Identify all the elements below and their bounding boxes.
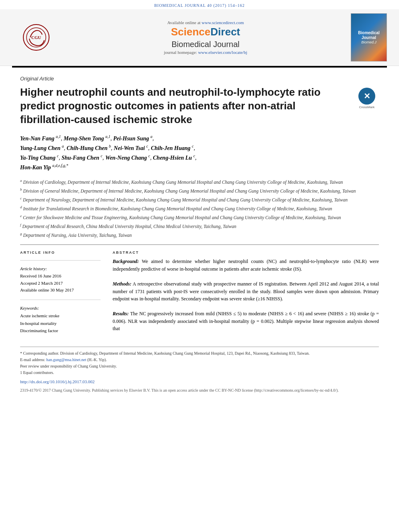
svg-text:CGU: CGU xyxy=(31,35,41,40)
history-label: Article history: xyxy=(20,266,101,271)
affiliations-section: a Division of Cardiology, Department of … xyxy=(20,178,379,239)
volume-text: BIOMEDICAL JOURNAL 40 (2017) 154–162 xyxy=(154,3,245,8)
info-divider-1 xyxy=(20,260,101,261)
license-text: 2319-4170/© 2017 Chang Gung University. … xyxy=(20,387,379,394)
keywords-list: Acute ischemic stroke In-hospital mortal… xyxy=(20,312,101,335)
keyword-2: In-hospital mortality xyxy=(20,320,101,327)
methods-label: Methods: xyxy=(113,281,132,287)
main-content: Original Article Higher neutrophil count… xyxy=(0,68,399,402)
affiliation-f: f Department of Medical Research, China … xyxy=(20,222,379,230)
peer-review-line: Peer review under responsibility of Chan… xyxy=(20,363,379,370)
doi-line: http://dx.doi.org/10.1016/j.bj.2017.03.0… xyxy=(20,378,379,386)
crossmark-label: CrossMark xyxy=(359,105,375,109)
received-date: Received 16 June 2016 xyxy=(20,273,101,280)
authors-list: Yen-Nan Fang a,1, Meng-Shen Tong a,1, Pe… xyxy=(20,134,379,172)
corresponding-author: * Corresponding author. Division of Card… xyxy=(20,350,379,357)
results-label: Results: xyxy=(113,311,129,316)
cgu-logo: CGU xyxy=(12,21,60,53)
affiliation-e: e Center for Shockwave Medicine and Tiss… xyxy=(20,214,379,221)
journal-name-header: Biomedical Journal xyxy=(60,40,351,49)
abstract-label: ABSTRACT xyxy=(113,251,379,255)
keyword-1: Acute ischemic stroke xyxy=(20,312,101,320)
info-abstract-section: ARTICLE INFO Article history: Received 1… xyxy=(20,251,379,335)
abstract-text: Background: We aimed to determine whethe… xyxy=(113,258,379,333)
doi-link[interactable]: http://dx.doi.org/10.1016/j.bj.2017.03.0… xyxy=(20,379,95,384)
journal-homepage-text: journal homepage: www.elsevier.com/locat… xyxy=(60,50,351,55)
email-line: E-mail address: han.gung@msa.hinet.net (… xyxy=(20,357,379,363)
methods-text: A retrospective observational study with… xyxy=(113,281,379,302)
accepted-date: Accepted 2 March 2017 xyxy=(20,280,101,287)
footer-section: * Corresponding author. Division of Card… xyxy=(20,347,379,394)
journal-center-info: Available online at www.sciencedirect.co… xyxy=(60,20,351,55)
affiliation-b: b Division of General Medicine, Departme… xyxy=(20,187,379,195)
affiliation-a: a Division of Cardiology, Department of … xyxy=(20,178,379,186)
title-section: Higher neutrophil counts and neutrophil-… xyxy=(20,86,379,126)
background-label: Background: xyxy=(113,259,139,264)
crossmark-badge: ✕ CrossMark xyxy=(355,88,379,109)
article-type-label: Original Article xyxy=(20,76,379,82)
affiliation-d: d Institute for Translational Research i… xyxy=(20,205,379,212)
journal-header: CGU Available online at www.sciencedirec… xyxy=(0,9,399,66)
crossmark-icon: ✕ xyxy=(358,88,375,105)
journal-volume-info: BIOMEDICAL JOURNAL 40 (2017) 154–162 xyxy=(0,0,399,9)
section-divider-top xyxy=(20,244,379,245)
info-divider-2 xyxy=(20,300,101,300)
sciencedirect-url[interactable]: www.sciencedirect.com xyxy=(202,20,244,25)
affiliation-c: c Department of Neurology, Department of… xyxy=(20,196,379,203)
journal-cover-image: Biomedical Journal Biomed.J xyxy=(351,13,387,62)
abstract-col: ABSTRACT Background: We aimed to determi… xyxy=(113,251,379,335)
keyword-3: Discriminating factor xyxy=(20,327,101,335)
affiliation-g: g Department of Nursing, Asia University… xyxy=(20,231,379,239)
background-text: We aimed to determine whether higher neu… xyxy=(113,259,379,272)
equal-contributors-line: 1 Equal contributors. xyxy=(20,370,379,376)
email-link[interactable]: han.gung@msa.hinet.net xyxy=(46,357,86,362)
article-title: Higher neutrophil counts and neutrophil-… xyxy=(20,86,349,126)
article-info-col: ARTICLE INFO Article history: Received 1… xyxy=(20,251,101,335)
journal-homepage-url[interactable]: www.elsevier.com/locate/bj xyxy=(198,50,247,55)
available-online-text: Available online at www.sciencedirect.co… xyxy=(60,20,351,25)
available-online-date: Available online 30 May 2017 xyxy=(20,287,101,294)
results-text: The NC progressively increased from mild… xyxy=(113,311,379,331)
keywords-label: Keywords: xyxy=(20,306,101,310)
article-info-label: ARTICLE INFO xyxy=(20,251,101,255)
sciencedirect-logo-text: ScienceDirect xyxy=(60,26,351,38)
